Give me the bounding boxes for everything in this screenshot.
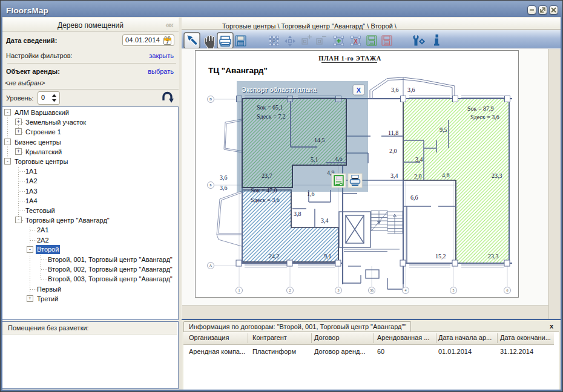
svg-text:9,5: 9,5 bbox=[440, 126, 447, 133]
svg-text:14,5: 14,5 bbox=[314, 137, 325, 143]
svg-text:2: 2 bbox=[289, 289, 291, 292]
svg-text:P: P bbox=[272, 38, 275, 44]
svg-text:1,6: 1,6 bbox=[307, 191, 315, 197]
svg-text:В: В bbox=[209, 97, 212, 101]
svg-text:Sок = 65,1: Sок = 65,1 bbox=[257, 104, 283, 111]
svg-text:ТЦ "Авангард": ТЦ "Авангард" bbox=[208, 66, 268, 75]
svg-text:X: X bbox=[357, 87, 361, 94]
svg-text:X: X bbox=[354, 38, 358, 45]
svg-text:ПЛАН 1-го ЭТАЖА: ПЛАН 1-го ЭТАЖА bbox=[318, 55, 381, 62]
svg-text:24,2: 24,2 bbox=[269, 253, 280, 260]
svg-text:7: 7 bbox=[166, 39, 169, 45]
svg-text:15,2: 15,2 bbox=[435, 253, 446, 260]
svg-text:3,6: 3,6 bbox=[220, 174, 228, 181]
svg-text:А: А bbox=[209, 264, 212, 267]
svg-text:5,1: 5,1 bbox=[311, 156, 318, 163]
svg-text:Sок = 87,9: Sок = 87,9 bbox=[467, 105, 494, 112]
svg-text:Sдеск = 3,6: Sдеск = 3,6 bbox=[251, 197, 280, 203]
svg-text:3,4: 3,4 bbox=[321, 217, 329, 224]
svg-text:Sок = 47,0: Sок = 47,0 bbox=[251, 187, 277, 194]
svg-text:Экспорт области плана: Экспорт области плана bbox=[242, 86, 317, 93]
svg-text:6,6: 6,6 bbox=[410, 194, 418, 201]
svg-text:3б: 3б bbox=[370, 289, 374, 292]
svg-text:4: 4 bbox=[405, 289, 407, 292]
svg-text:3,6: 3,6 bbox=[220, 185, 228, 191]
svg-text:9,1: 9,1 bbox=[324, 253, 332, 260]
svg-text:11,8: 11,8 bbox=[388, 129, 398, 136]
svg-text:23,7: 23,7 bbox=[262, 172, 272, 179]
svg-text:1: 1 bbox=[239, 289, 240, 292]
svg-text:3,6: 3,6 bbox=[391, 87, 399, 93]
svg-text:3,8: 3,8 bbox=[294, 211, 301, 217]
svg-text:3,4: 3,4 bbox=[415, 156, 423, 163]
svg-text:3: 3 bbox=[338, 289, 340, 292]
svg-text:4,6: 4,6 bbox=[442, 172, 450, 178]
svg-text:Б: Б bbox=[209, 183, 212, 187]
svg-text:Sдеск = 3,6: Sдеск = 3,6 bbox=[470, 114, 499, 120]
svg-text:4,6: 4,6 bbox=[335, 155, 343, 162]
svg-text:3,4: 3,4 bbox=[390, 172, 398, 179]
svg-text:5: 5 bbox=[453, 289, 455, 292]
svg-text:2,0: 2,0 bbox=[389, 148, 397, 154]
svg-text:23,3: 23,3 bbox=[492, 172, 502, 179]
svg-text:23,3: 23,3 bbox=[488, 253, 499, 260]
svg-text:2,0: 2,0 bbox=[414, 173, 422, 180]
svg-text:Sдеск = 7,2: Sдеск = 7,2 bbox=[257, 113, 286, 120]
svg-text:3,6: 3,6 bbox=[407, 87, 415, 93]
svg-text:6: 6 bbox=[507, 289, 509, 292]
